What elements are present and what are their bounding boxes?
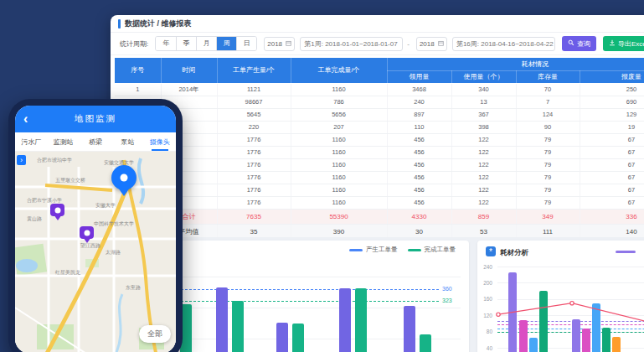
column-header-created: 工单产生量/个 xyxy=(217,58,291,83)
breadcrumb: 数据统计 / 维修报表 xyxy=(125,18,192,29)
breadcrumb-bar: 数据统计 / 维修报表 xyxy=(111,15,644,33)
table-cell: 7635 xyxy=(217,209,291,224)
table-cell: 1121 xyxy=(217,83,291,96)
table-cell: 98667 xyxy=(217,96,291,108)
table-cell: 1776 xyxy=(217,146,291,158)
reference-label: 323 xyxy=(442,298,452,303)
table-cell: 336 xyxy=(580,209,644,224)
map-label: 黄山路 xyxy=(27,215,42,223)
table-cell: 79 xyxy=(516,146,580,158)
legend-item[interactable]: 完成工单量 xyxy=(408,246,456,254)
search-icon xyxy=(568,39,574,48)
legend-dash xyxy=(349,249,363,251)
table-cell: 4330 xyxy=(387,209,451,224)
chevron-right-icon[interactable]: › xyxy=(17,155,26,165)
table-cell: 3468 xyxy=(387,83,451,96)
query-button[interactable]: 查询 xyxy=(562,36,596,51)
calendar-icon xyxy=(286,40,291,48)
chart-bar xyxy=(355,288,367,352)
table-cell: 456 xyxy=(387,184,451,196)
phone-mockup: ‹ 地图监测 污水厂监测站桥梁泵站摄像头 xyxy=(8,99,183,352)
table-cell: 456 xyxy=(387,158,451,171)
phone-header: ‹ 地图监测 xyxy=(15,106,176,132)
map-label: 合肥市琥珀中学 xyxy=(37,157,72,164)
all-button[interactable]: 全部 xyxy=(139,325,171,343)
legend-label: 产生工单量 xyxy=(366,246,398,254)
table-row: 5177611604561227967 xyxy=(115,133,644,146)
table-cell: 55390 xyxy=(291,209,387,224)
start-week-input[interactable]: 第1周: 2018-01-01~2018-01-07 xyxy=(300,37,403,51)
period-option[interactable]: 季 xyxy=(176,37,196,50)
table-cell: 79 xyxy=(516,133,580,146)
chart-icon: * xyxy=(486,246,496,256)
tab-桥梁[interactable]: 桥梁 xyxy=(80,132,111,151)
end-year-select[interactable]: 2018 xyxy=(416,37,447,51)
table-cell: 1160 xyxy=(291,83,387,96)
table-cell: 79 xyxy=(516,184,580,196)
map-label: 东至路 xyxy=(126,284,141,292)
table-cell: 129 xyxy=(580,108,644,121)
table-row: 8177611604561227967 xyxy=(115,171,644,184)
chart-bar xyxy=(420,334,431,352)
map-label: 红星美凯龙 xyxy=(55,269,80,277)
table-cell: 786 xyxy=(291,96,387,108)
trend-line xyxy=(477,260,644,352)
tab-污水厂[interactable]: 污水厂 xyxy=(15,132,47,151)
camera-marker[interactable] xyxy=(50,204,64,216)
period-option[interactable]: 月 xyxy=(196,37,216,50)
map-view[interactable]: 合肥市琥珀中学安徽交通大学五里墩立交桥合肥市宁溪小学安徽大学黄山路中国科学技术大… xyxy=(15,152,176,352)
table-cell: 1776 xyxy=(217,171,291,184)
table-cell: 1776 xyxy=(217,133,291,146)
table-cell: 1160 xyxy=(291,184,387,196)
end-week-input[interactable]: 第16周: 2018-04-16~2018-04-22 xyxy=(452,37,555,51)
table-cell: 67 xyxy=(580,171,644,184)
sub-column-header: 领用量 xyxy=(387,70,451,83)
table-cell: 207 xyxy=(291,121,387,133)
total-row: 合计7635553904330859349336 xyxy=(115,209,644,224)
table-cell: 1160 xyxy=(291,158,387,171)
legend-item[interactable]: 产生工单量 xyxy=(349,246,398,254)
period-option[interactable]: 日 xyxy=(236,37,256,50)
period-option[interactable]: 年 xyxy=(156,37,176,50)
table-cell: 456 xyxy=(387,171,451,184)
tab-泵站[interactable]: 泵站 xyxy=(111,132,143,151)
filter-bar: 统计周期: 年季月周日 2018 第1周: 2018-01-01~2018-01… xyxy=(111,33,644,55)
table-cell: 1776 xyxy=(217,158,291,171)
table-cell: 122 xyxy=(451,196,516,209)
chart-bar xyxy=(276,323,288,352)
start-year-select[interactable]: 2018 xyxy=(264,37,295,51)
table-body: 12014年1121116034683407025029866778624013… xyxy=(115,83,644,240)
table-cell: 19 xyxy=(580,121,644,133)
table-row: 10177611604561227967 xyxy=(115,196,644,209)
right-chart-legend-dash[interactable] xyxy=(616,251,636,253)
table-cell: 456 xyxy=(387,146,451,158)
table-cell: 67 xyxy=(580,158,644,171)
table-cell: 340 xyxy=(451,83,516,96)
export-excel-button[interactable]: 导出Excel xyxy=(603,36,644,51)
legend-label: 完成工单量 xyxy=(425,246,456,254)
phone-title: 地图监测 xyxy=(75,113,116,125)
table-cell: 110 xyxy=(387,121,451,133)
table-cell: 1160 xyxy=(291,133,387,146)
tab-监测站[interactable]: 监测站 xyxy=(47,132,79,151)
table-cell: 67 xyxy=(580,133,644,146)
table-cell: 456 xyxy=(387,133,451,146)
camera-marker[interactable] xyxy=(80,226,94,239)
chevron-left-icon[interactable]: ‹ xyxy=(23,112,28,126)
selected-camera-marker[interactable] xyxy=(111,165,137,190)
chart-bar xyxy=(292,324,304,352)
column-header-time: 时间 xyxy=(161,58,217,83)
chart-bar xyxy=(339,288,351,352)
map-image xyxy=(15,152,176,352)
table-cell: 349 xyxy=(516,209,580,224)
table-cell: 1160 xyxy=(291,196,387,209)
table-row: 7177611604561227967 xyxy=(115,158,644,171)
charts-section: 产生工单量完成工单量 360323 * 耗材分析 240200160120804… xyxy=(111,237,644,352)
period-option[interactable]: 周 xyxy=(216,37,236,50)
table-cell: 70 xyxy=(516,83,580,96)
phone-screen: ‹ 地图监测 污水厂监测站桥梁泵站摄像头 xyxy=(15,106,176,352)
tab-摄像头[interactable]: 摄像头 xyxy=(144,132,176,151)
table-cell: 122 xyxy=(451,171,516,184)
table-cell: 79 xyxy=(516,196,580,209)
table-row: 298667786240137690 xyxy=(115,96,644,108)
